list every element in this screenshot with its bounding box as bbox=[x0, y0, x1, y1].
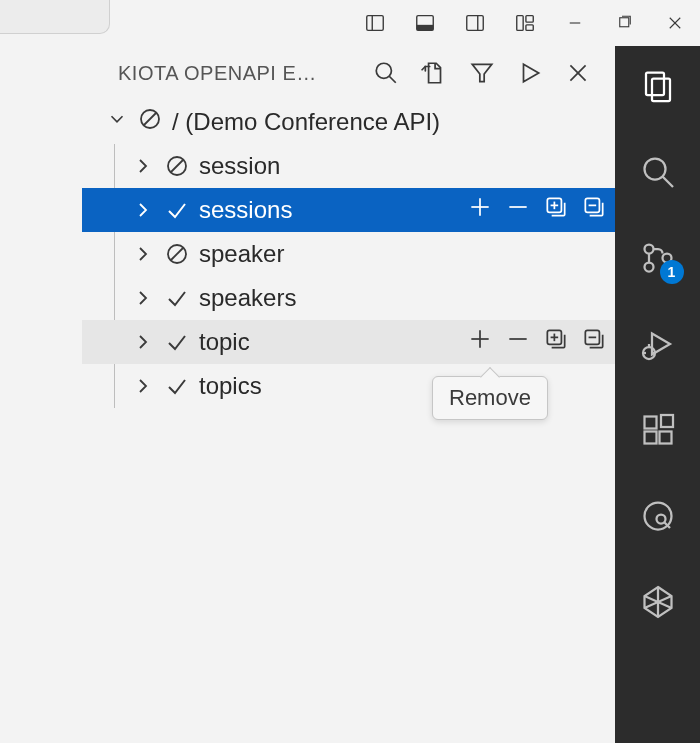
panel-title: KIOTA OPENAPI EX… bbox=[118, 62, 318, 85]
svg-line-24 bbox=[662, 177, 673, 188]
svg-rect-7 bbox=[526, 16, 533, 22]
svg-rect-4 bbox=[467, 16, 484, 31]
remove-action-icon[interactable] bbox=[505, 194, 531, 226]
svg-rect-22 bbox=[652, 79, 670, 102]
titlebar-tab-stub bbox=[0, 0, 110, 34]
kiota-activity-icon[interactable] bbox=[638, 582, 678, 622]
svg-rect-33 bbox=[644, 417, 656, 429]
window-close-button[interactable] bbox=[650, 0, 700, 46]
generate-icon[interactable] bbox=[515, 58, 545, 88]
tree-row-label: session bbox=[199, 152, 280, 180]
run-debug-activity-icon[interactable] bbox=[638, 324, 678, 364]
kiota-explorer-panel: KIOTA OPENAPI EX… bbox=[82, 46, 615, 743]
tree-row[interactable]: sessions bbox=[115, 188, 615, 232]
tooltip-text: Remove bbox=[449, 385, 531, 410]
left-gutter bbox=[0, 46, 82, 743]
add-action-icon[interactable] bbox=[467, 326, 493, 358]
check-icon bbox=[165, 286, 189, 310]
customize-layout-icon[interactable] bbox=[500, 0, 550, 46]
activity-bar: 1 bbox=[615, 46, 700, 743]
layout-panel-left-icon[interactable] bbox=[350, 0, 400, 46]
search-icon[interactable] bbox=[371, 58, 401, 88]
chevron-down-icon bbox=[106, 108, 128, 136]
svg-rect-35 bbox=[659, 432, 671, 444]
svg-marker-15 bbox=[472, 64, 492, 81]
search-activity-icon[interactable] bbox=[638, 152, 678, 192]
svg-line-20 bbox=[144, 113, 156, 125]
add-all-action-icon[interactable] bbox=[543, 326, 569, 358]
tree-root-label: / (Demo Conference API) bbox=[172, 108, 440, 136]
layout-panel-bottom-icon[interactable] bbox=[400, 0, 450, 46]
remove-all-action-icon[interactable] bbox=[581, 194, 607, 226]
check-icon bbox=[165, 198, 189, 222]
tree-row[interactable]: session bbox=[115, 144, 615, 188]
excluded-icon bbox=[165, 154, 189, 178]
tree-row-label: topic bbox=[199, 328, 250, 356]
svg-rect-10 bbox=[620, 18, 629, 27]
window-minimize-button[interactable] bbox=[550, 0, 600, 46]
excluded-icon bbox=[138, 107, 162, 137]
svg-rect-21 bbox=[646, 73, 664, 96]
tree-row-label: speaker bbox=[199, 240, 284, 268]
tree-row[interactable]: speakers bbox=[115, 276, 615, 320]
extensions-activity-icon[interactable] bbox=[638, 410, 678, 450]
tree-root-row[interactable]: / (Demo Conference API) bbox=[82, 100, 615, 144]
api-tree: / (Demo Conference API) sessionsessionss… bbox=[82, 100, 615, 408]
panel-header: KIOTA OPENAPI EX… bbox=[82, 46, 615, 100]
tree-row-label: topics bbox=[199, 372, 262, 400]
tree-row[interactable]: topic bbox=[115, 320, 615, 364]
close-panel-icon[interactable] bbox=[563, 58, 593, 88]
add-action-icon[interactable] bbox=[467, 194, 493, 226]
svg-point-23 bbox=[644, 159, 665, 180]
explorer-activity-icon[interactable] bbox=[638, 66, 678, 106]
svg-point-13 bbox=[376, 63, 391, 78]
chevron-right-icon bbox=[131, 374, 155, 398]
check-icon bbox=[165, 374, 189, 398]
add-all-action-icon[interactable] bbox=[543, 194, 569, 226]
svg-rect-34 bbox=[644, 432, 656, 444]
chevron-right-icon bbox=[131, 330, 155, 354]
source-control-activity-icon[interactable]: 1 bbox=[638, 238, 678, 278]
tree-row[interactable]: speaker bbox=[115, 232, 615, 276]
chevron-right-icon bbox=[131, 286, 155, 310]
svg-point-25 bbox=[644, 245, 653, 254]
layout-panel-right-icon[interactable] bbox=[450, 0, 500, 46]
svg-rect-0 bbox=[367, 16, 384, 31]
go-to-file-icon[interactable] bbox=[419, 58, 449, 88]
svg-marker-16 bbox=[524, 64, 539, 81]
remove-tooltip: Remove bbox=[432, 376, 548, 420]
svg-point-26 bbox=[644, 263, 653, 272]
svg-rect-6 bbox=[517, 16, 523, 31]
remove-all-action-icon[interactable] bbox=[581, 326, 607, 358]
remote-activity-icon[interactable] bbox=[638, 496, 678, 536]
tree-row-label: speakers bbox=[199, 284, 296, 312]
svg-rect-36 bbox=[661, 415, 673, 427]
tree-row-label: sessions bbox=[199, 196, 292, 224]
source-control-badge: 1 bbox=[660, 260, 684, 284]
filter-icon[interactable] bbox=[467, 58, 497, 88]
window-maximize-button[interactable] bbox=[600, 0, 650, 46]
svg-line-14 bbox=[389, 76, 396, 83]
svg-rect-8 bbox=[526, 25, 533, 31]
check-icon bbox=[165, 330, 189, 354]
window-titlebar bbox=[0, 0, 700, 46]
remove-action-icon[interactable] bbox=[505, 326, 531, 358]
chevron-right-icon bbox=[131, 154, 155, 178]
svg-rect-3 bbox=[417, 25, 434, 31]
excluded-icon bbox=[165, 242, 189, 266]
chevron-right-icon bbox=[131, 198, 155, 222]
chevron-right-icon bbox=[131, 242, 155, 266]
